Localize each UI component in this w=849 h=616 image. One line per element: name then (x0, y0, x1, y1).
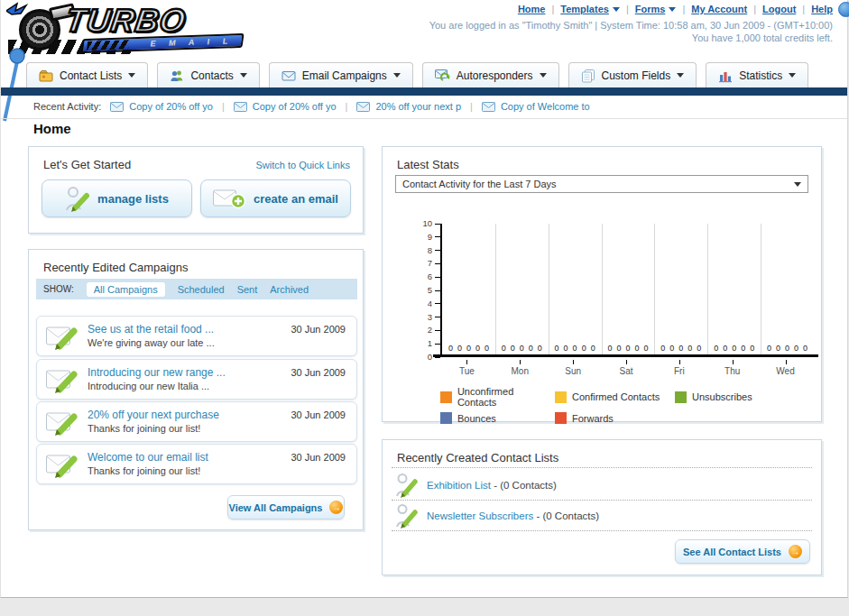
create-email-button[interactable]: create an email (200, 179, 351, 217)
envelope-icon (234, 102, 247, 112)
latest-stats-title: Latest Stats (397, 158, 459, 171)
dotted-divider (392, 467, 812, 468)
envelope-icon (110, 102, 124, 112)
campaign-title-link[interactable]: See us at the retail food ... (88, 323, 214, 336)
legend-entry: Confirmed Contacts (555, 386, 675, 408)
footer-area (0, 599, 849, 616)
link-separator: | (802, 4, 805, 14)
chart-legend: Unconfirmed Contacts Confirmed Contacts … (440, 386, 752, 424)
filter-tab-archived[interactable]: Archived (270, 284, 309, 295)
latest-stats-panel: Latest Stats Contact Activity for the La… (382, 146, 822, 422)
person-pencil-icon (65, 186, 89, 212)
bar-chart-icon (718, 69, 733, 83)
separator: | (470, 101, 473, 112)
tab-contact-lists[interactable]: Contact Lists (26, 62, 148, 87)
campaign-row[interactable]: Welcome to our email list Thanks for joi… (36, 444, 357, 484)
campaign-date: 30 Jun 2009 (291, 367, 346, 378)
recent-activity-item[interactable]: Copy of 20% off yo (234, 101, 337, 112)
caret-down-icon (613, 7, 620, 12)
legend-swatch (675, 391, 687, 403)
view-all-campaigns-button[interactable]: View All Campaigns → (227, 495, 345, 519)
see-all-contact-lists-button[interactable]: See All Contact Lists → (675, 539, 810, 564)
tab-label: Contact Lists (60, 69, 122, 82)
logo-bar-stripes (87, 40, 130, 51)
envelope-plus-icon (213, 188, 245, 209)
link-forms[interactable]: Forms (635, 4, 677, 14)
legend-swatch (555, 391, 567, 403)
campaign-date: 30 Jun 2009 (291, 452, 346, 463)
filter-tab-all-campaigns[interactable]: All Campaigns (87, 282, 165, 297)
link-help[interactable]: Help (811, 4, 833, 14)
caret-down-icon (240, 73, 247, 78)
see-all-contact-lists-label: See All Contact Lists (683, 547, 781, 557)
contact-list-row[interactable]: Exhibition List - (0 Contacts) (395, 473, 557, 498)
filter-tab-sent[interactable]: Sent (237, 284, 258, 295)
campaign-title-link[interactable]: Welcome to our email list (88, 451, 208, 464)
link-my-account[interactable]: My Account (691, 4, 747, 14)
logo-subtitle: E M A I L (150, 36, 234, 48)
envelope-pencil-icon (46, 324, 78, 351)
link-logout[interactable]: Logout (762, 4, 796, 14)
tab-autoresponders[interactable]: Autoresponders (422, 62, 559, 87)
campaigns-panel: Recently Edited Campaigns SHOW: All Camp… (28, 249, 364, 530)
manage-lists-button[interactable]: manage lists (42, 179, 192, 217)
campaign-title-link[interactable]: 20% off your next purchase (88, 409, 219, 421)
recent-activity-item[interactable]: 20% off your next p (356, 101, 461, 112)
caret-down-icon (789, 73, 796, 78)
view-all-campaigns-label: View All Campaigns (229, 502, 323, 513)
switch-quick-links[interactable]: Switch to Quick Links (255, 160, 350, 170)
envelope-pencil-icon (46, 409, 78, 437)
people-icon (170, 69, 184, 83)
stats-range-value: Contact Activity for the Last 7 Days (402, 179, 557, 189)
campaign-date: 30 Jun 2009 (291, 409, 346, 420)
contact-list-link[interactable]: Exhibition List (427, 480, 491, 491)
recent-activity-bar: Recent Activity: Copy of 20% off yo | Co… (33, 95, 590, 118)
main-nav: Contact Lists Contacts Email Campaigns A… (26, 62, 808, 87)
login-status-text: You are logged in as "Timothy Smith" | S… (429, 20, 833, 31)
caret-down-icon (128, 73, 135, 78)
contact-list-row[interactable]: Newsletter Subscribers - (0 Contacts) (395, 503, 599, 529)
caret-down-icon (669, 7, 676, 12)
caret-down-icon (794, 182, 801, 187)
caret-down-icon (393, 73, 401, 78)
legend-entry: Bounces (440, 412, 555, 424)
main-window: TURBO E M A I L Home | Templates | Forms… (0, 0, 848, 598)
caret-down-icon (540, 73, 547, 78)
campaign-row[interactable]: See us at the retail food ... We're givi… (36, 316, 357, 356)
dotted-divider (392, 530, 812, 531)
tab-label: Custom Fields (602, 69, 671, 82)
contact-lists-title: Recently Created Contact Lists (397, 451, 558, 464)
campaign-subtitle: Thanks for joining our list! (88, 423, 200, 434)
link-separator: | (682, 4, 685, 14)
link-home[interactable]: Home (518, 4, 546, 14)
tab-custom-fields[interactable]: Custom Fields (568, 62, 697, 87)
envelope-pencil-icon (46, 452, 78, 479)
tab-statistics[interactable]: Statistics (706, 62, 808, 87)
person-pencil-icon (395, 503, 418, 529)
tab-email-campaigns[interactable]: Email Campaigns (269, 62, 413, 87)
campaign-row[interactable]: Introducing our new range ... Introducin… (36, 359, 357, 400)
envelope-icon (356, 102, 370, 112)
stats-range-select[interactable]: Contact Activity for the Last 7 Days (395, 175, 808, 193)
contact-list-count: - (0 Contacts) (491, 480, 557, 491)
tab-contacts[interactable]: Contacts (157, 62, 259, 87)
recent-activity-item[interactable]: Copy of 20% off yo (110, 101, 213, 112)
contact-list-link[interactable]: Newsletter Subscribers (427, 510, 533, 521)
dotted-divider (392, 500, 812, 501)
manage-lists-label: manage lists (97, 192, 169, 206)
legend-swatch (555, 412, 567, 424)
get-started-title: Let's Get Started (43, 158, 131, 171)
recent-activity-label: Recent Activity: (33, 101, 101, 112)
get-started-panel: Let's Get Started Switch to Quick Links … (28, 146, 364, 234)
link-templates[interactable]: Templates (560, 4, 620, 14)
campaign-title-link[interactable]: Introducing our new range ... (88, 366, 226, 379)
recent-activity-item[interactable]: Copy of Welcome to (482, 101, 590, 112)
autoresponder-icon (435, 69, 450, 82)
envelope-icon (482, 102, 495, 112)
filter-tab-scheduled[interactable]: Scheduled (178, 284, 225, 295)
campaigns-title: Recently Edited Campaigns (43, 261, 188, 274)
folder-icon (39, 69, 53, 83)
legend-entry: Unconfirmed Contacts (440, 386, 555, 408)
tab-label: Email Campaigns (302, 69, 387, 82)
campaign-row[interactable]: 20% off your next purchase Thanks for jo… (36, 401, 357, 442)
